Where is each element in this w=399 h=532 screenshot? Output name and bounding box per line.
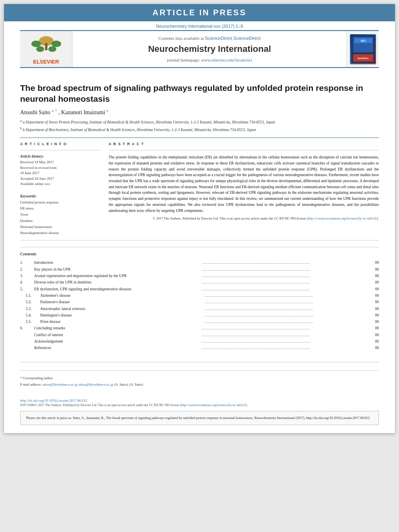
article-title: The broad spectrum of signaling pathways… [20,82,379,105]
toc-num: 5.3. [20,306,40,312]
toc-item: 2.Key players in the UPR ...............… [20,266,379,273]
footer-top-divider [20,362,379,362]
svg-point-3 [31,41,41,47]
banner-text: ARTICLE IN PRESS [152,8,247,17]
toc-item: Conflict of interest ...................… [20,332,379,338]
doi-link[interactable]: http://dx.doi.org/10.1016/j.neuint.2017.… [20,398,87,403]
elsevier-brand: ELSEVIER [33,59,59,65]
article-in-press-banner: ARTICLE IN PRESS [4,4,395,21]
contents-section: Contents 1.Introduction ................… [20,247,379,355]
toc-item: 3.Axonal regeneration and degeneration r… [20,273,379,279]
doi-line: http://dx.doi.org/10.1016/j.neuint.2017.… [20,396,379,403]
article-info-label: A R T I C L E I N F O [20,142,101,146]
toc-page: 00 [369,279,379,286]
toc-page: 00 [369,325,379,331]
footer-section: * Corresponding author. E-mail address: … [20,370,379,407]
toc-page: 00 [369,273,379,279]
copyright-line: © 2017 The Authors. Published by Elsevie… [109,216,379,221]
toc-page: 00 [369,332,379,338]
abstract-text: The protein folding capabilities in the … [109,154,379,221]
toc-item: 5.1.Alzheimer's disease ................… [20,292,379,299]
info-abstract-section: A R T I C L E I N F O Article history: R… [20,142,379,236]
journal-reference: Neurochemistry International xxx (2017) … [4,21,395,30]
toc-label: Key players in the UPR [34,266,200,273]
toc-page: 00 [369,299,379,305]
keyword-2: ER stress [20,205,101,212]
toc-dots: ........................................… [205,312,368,318]
nci-logo-area: NCI JOURNAL [347,31,379,67]
toc-dots: ........................................… [202,260,367,266]
toc-dots: ........................................… [205,319,368,325]
revised-label: Received in revised form [20,165,101,171]
toc-item: Acknowledgement ........................… [20,338,379,345]
corresponding-note: * Corresponding author. [20,376,379,381]
elsevier-logo-area: ELSEVIER [20,31,72,67]
toc-page: 00 [369,286,379,292]
accepted-date: Accepted 26 June 2017 [20,176,101,182]
toc-page: 00 [369,266,379,273]
issn-cc-link[interactable]: http://creativecommons.org/licenses/by-n… [181,403,246,407]
affiliation-b: b b Department of Biochemistry, Institut… [20,126,379,133]
article-page: ARTICLE IN PRESS Neurochemistry Internat… [4,4,395,433]
homepage-url[interactable]: www.elsevier.com/locate/nci [201,58,252,62]
keyword-5: Neuronal homeostasis [20,224,101,230]
nci-logo: NCI JOURNAL [350,34,376,64]
issn-line: 0197-0186/© 2017 The Authors. Published … [20,403,379,407]
main-content: The broad spectrum of signaling pathways… [4,68,395,433]
toc-num: 5.2. [20,299,40,305]
toc-page: 00 [369,338,379,345]
contents-title: Contents [20,251,379,256]
toc-item: 5.3.Amyotrophic lateral sclerosis ......… [20,306,379,312]
affiliation-a: a a Department of Stress Protein Process… [20,119,379,125]
toc-label: Acknowledgement [34,338,200,345]
toc-dots: ........................................… [202,345,367,351]
cc-license-link[interactable]: http://creativecommons.org/licenses/by-n… [308,216,377,220]
toc-item: 5.2.Parkinson's disease ................… [20,299,379,305]
svg-text:JOURNAL: JOURNAL [357,57,369,60]
toc-dots: ........................................… [202,325,367,331]
toc-label: Parkinson's disease [40,299,203,305]
toc-dots: ........................................… [202,279,367,286]
history-label: Article history: [20,154,101,158]
toc-item: 6.Concluding remarks ...................… [20,325,379,331]
toc-dots: ........................................… [205,293,368,299]
journal-homepage-line: journal homepage: www.elsevier.com/locat… [167,58,252,62]
svg-text:NCI: NCI [360,39,365,42]
toc-label: Diverse roles of the UPR in dendrites [34,279,200,286]
info-top-divider [20,150,101,150]
keyword-3: Axon [20,212,101,218]
sciencedirect-line: Contents lists available at ScienceDirec… [158,36,261,41]
email-link-text[interactable]: saitoa@hiroshima-u.ac.jp [78,382,113,386]
sciencedirect-link[interactable]: ScienceDirect [205,36,232,41]
toc-num: 2. [20,266,34,273]
abstract-column: A B S T R A C T The protein folding capa… [109,142,379,236]
toc-label: Prion disease [40,318,203,325]
after-abstract-divider [20,240,379,240]
keyword-4: Dendrite [20,218,101,224]
toc-page: 00 [369,312,379,318]
toc-num: 5. [20,286,34,292]
email-link[interactable]: saitoa@hiroshima-u.ac.jp [42,382,77,386]
toc-page: 00 [369,318,379,325]
toc-item: 4.Diverse roles of the UPR in dendrites … [20,279,379,286]
svg-point-5 [36,46,44,52]
journal-header: ELSEVIER Contents lists available at Sci… [20,30,379,68]
toc-page: 00 [369,259,379,266]
toc-num: 5.5. [20,318,40,325]
keywords-list: Unfolded protein response ER stress Axon… [20,199,101,236]
toc-dots: ........................................… [202,273,367,279]
authors-line: Atsushi Saito a, * , Kazunori Imaizumi b [20,109,379,116]
revised-date: 19 June 2017 [20,170,101,176]
journal-ref-text: Neurochemistry International xxx (2017) … [156,24,243,29]
toc-item: 5.5.Prion disease ......................… [20,318,379,325]
toc-page: 00 [369,292,379,299]
toc-label: Concluding remarks [34,325,200,331]
available-online: Available online xxx [20,181,101,187]
toc-page: 00 [369,306,379,312]
toc-dots: ........................................… [205,306,368,312]
toc-dots: ........................................… [202,339,367,345]
svg-rect-2 [45,43,47,50]
toc-num: 5.1. [20,292,40,299]
toc-dots: ........................................… [205,299,368,305]
affiliations: a a Department of Stress Protein Process… [20,119,379,133]
